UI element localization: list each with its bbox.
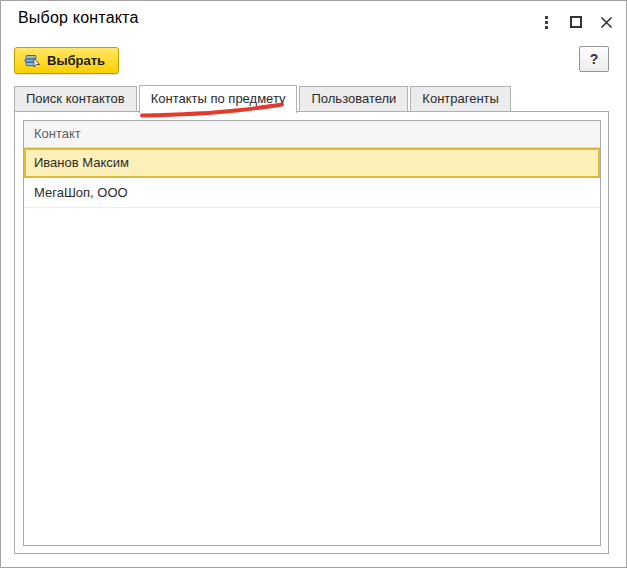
select-button[interactable]: Выбрать bbox=[14, 47, 119, 74]
maximize-button[interactable] bbox=[564, 11, 588, 33]
window-menu-button[interactable] bbox=[534, 11, 558, 33]
tab-contacts-by-subject[interactable]: Контакты по предмету bbox=[139, 85, 298, 113]
toolbar: Выбрать ? bbox=[1, 45, 626, 77]
select-stack-cursor-icon bbox=[24, 53, 41, 69]
tab-page-panel: Контакт Иванов Максим МегаШоп, ООО bbox=[14, 111, 609, 554]
column-header-contact[interactable]: Контакт bbox=[24, 121, 600, 148]
help-button-label: ? bbox=[590, 51, 599, 67]
tab-bar: Поиск контактов Контакты по предмету Пол… bbox=[14, 85, 513, 112]
window-controls bbox=[534, 11, 618, 33]
tab-contact-search[interactable]: Поиск контактов bbox=[14, 86, 137, 112]
help-button[interactable]: ? bbox=[579, 46, 609, 72]
table-row[interactable]: Иванов Максим bbox=[24, 148, 600, 178]
table-row[interactable]: МегаШоп, ООО bbox=[24, 178, 600, 208]
select-button-label: Выбрать bbox=[47, 53, 105, 68]
titlebar: Выбор контакта bbox=[1, 1, 626, 41]
close-button[interactable] bbox=[594, 11, 618, 33]
tab-counterparties[interactable]: Контрагенты bbox=[410, 86, 511, 112]
maximize-icon bbox=[570, 16, 582, 28]
contacts-table: Контакт Иванов Максим МегаШоп, ООО bbox=[23, 120, 601, 546]
window-title: Выбор контакта bbox=[18, 9, 139, 27]
close-icon bbox=[600, 16, 613, 29]
tab-users[interactable]: Пользователи bbox=[299, 86, 408, 112]
more-options-icon bbox=[545, 15, 548, 30]
contact-select-dialog: Выбор контакта Выбрать bbox=[0, 0, 627, 568]
